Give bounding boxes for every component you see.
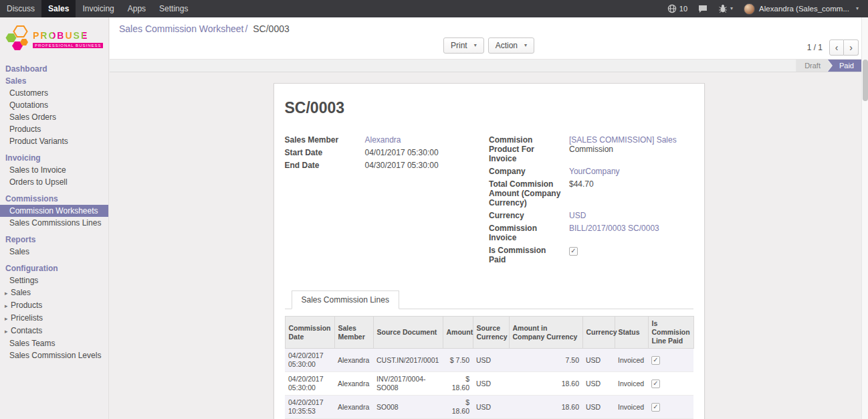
menu-discuss[interactable]: Discuss bbox=[0, 0, 41, 17]
caret-down-icon: ▾ bbox=[524, 43, 527, 48]
notebook-tabs: Sales Commission Lines bbox=[285, 290, 693, 309]
company-link[interactable]: YourCompany bbox=[569, 167, 620, 176]
breadcrumb-parent-link[interactable]: Sales Commission Worksheet bbox=[119, 23, 243, 34]
sidebar-item-quotations[interactable]: Quotations bbox=[0, 99, 108, 111]
currency-link[interactable]: USD bbox=[569, 211, 586, 220]
debug-button[interactable]: ▾ bbox=[713, 0, 738, 17]
probuse-logo-icon bbox=[5, 25, 29, 54]
col-amount-company-currency: Amount in Company Currency bbox=[509, 317, 582, 349]
status-paid[interactable]: Paid bbox=[828, 60, 863, 72]
col-sales-member: Sales Member bbox=[334, 317, 373, 349]
field-commission-product: Commision Product For Invoice [SALES COM… bbox=[489, 135, 693, 163]
user-menu[interactable]: Alexandra (Sales_comm... ▾ bbox=[738, 0, 864, 17]
sidebar-item-config-sales[interactable]: ▸Sales bbox=[0, 286, 108, 299]
field-label: Currency bbox=[489, 211, 569, 220]
sidebar-heading-sales[interactable]: Sales bbox=[0, 75, 108, 87]
field-currency: Currency USD bbox=[489, 211, 693, 220]
sidebar-item-label: Products bbox=[11, 301, 42, 310]
caret-right-icon: ▸ bbox=[5, 314, 11, 323]
col-status: Status bbox=[615, 317, 648, 349]
cell-amount-company: 18.60 bbox=[509, 372, 582, 396]
table-row[interactable]: 04/20/2017 10:35:53 Alexandra SO008 $ 18… bbox=[285, 396, 693, 419]
print-button-label: Print bbox=[451, 41, 467, 50]
field-commission-invoice: Commission Invoice BILL/2017/0003 SC/000… bbox=[489, 224, 693, 242]
sidebar-item-label: Pricelists bbox=[11, 313, 43, 323]
field-sales-member: Sales Member Alexandra bbox=[285, 135, 490, 145]
commission-product-link[interactable]: [SALES COMMISSION] Sales bbox=[569, 135, 677, 145]
vertical-scrollbar[interactable] bbox=[861, 17, 868, 419]
menu-invoicing[interactable]: Invoicing bbox=[76, 0, 120, 17]
col-source-currency: Source Currency bbox=[473, 317, 509, 349]
table-row[interactable]: 04/20/2017 05:30:00 Alexandra CUST.IN/20… bbox=[285, 349, 693, 372]
field-total-commission: Total Commision Amount (Company Currency… bbox=[489, 179, 693, 207]
pager-next-button[interactable]: › bbox=[844, 39, 859, 56]
field-is-commission-paid: Is Commission Paid ✓ bbox=[489, 246, 693, 264]
checkbox-checked-icon: ✓ bbox=[651, 403, 660, 412]
cell-source-currency: USD bbox=[473, 349, 509, 372]
sidebar-item-settings[interactable]: Settings bbox=[0, 274, 108, 286]
sidebar-item-sales-orders[interactable]: Sales Orders bbox=[0, 111, 108, 123]
sidebar-item-sales-teams[interactable]: Sales Teams bbox=[0, 337, 108, 349]
status-draft[interactable]: Draft bbox=[796, 60, 832, 72]
chevron-left-icon: ‹ bbox=[835, 42, 839, 53]
cell-sales-member: Alexandra bbox=[334, 372, 373, 396]
cell-source-document: CUST.IN/2017/0001 bbox=[373, 349, 443, 372]
messages-button[interactable] bbox=[693, 0, 713, 17]
main-area: Sales Commission Worksheet/ SC/0003 Prin… bbox=[110, 17, 868, 419]
col-commission-date: Commission Date bbox=[285, 317, 334, 349]
caret-right-icon: ▸ bbox=[5, 288, 11, 298]
breadcrumb-separator: / bbox=[245, 23, 247, 34]
chat-icon bbox=[698, 4, 708, 13]
action-buttons: Print ▾ Action ▾ bbox=[443, 37, 534, 54]
commission-invoice-link[interactable]: BILL/2017/0003 SC/0003 bbox=[569, 224, 659, 233]
col-source-document: Source Document bbox=[373, 317, 443, 349]
checkbox-checked-icon: ✓ bbox=[651, 356, 660, 365]
app-logo[interactable]: PROBUSE PROFESSIONAL BUSINESS bbox=[0, 17, 108, 63]
menu-apps[interactable]: Apps bbox=[121, 0, 152, 17]
statusbar: Draft Paid bbox=[110, 60, 868, 72]
sidebar-item-product-variants[interactable]: Product Variants bbox=[0, 135, 108, 147]
action-button[interactable]: Action ▾ bbox=[488, 37, 534, 54]
menu-sales[interactable]: Sales bbox=[41, 0, 76, 17]
cell-amount: $ 18.60 bbox=[443, 396, 473, 419]
statusbar-states: Draft Paid bbox=[796, 60, 863, 72]
sidebar-item-sales-commission-levels[interactable]: Sales Commission Levels bbox=[0, 349, 108, 361]
sidebar-heading-dashboard[interactable]: Dashboard bbox=[0, 63, 108, 75]
sidebar-nav: Dashboard Sales Customers Quotations Sal… bbox=[0, 63, 108, 361]
sidebar-item-commission-worksheets[interactable]: Commission Worksheets bbox=[0, 205, 108, 217]
menu-settings[interactable]: Settings bbox=[152, 0, 195, 17]
end-date-value: 04/30/2017 05:30:00 bbox=[365, 161, 490, 170]
tab-sales-commission-lines[interactable]: Sales Commission Lines bbox=[292, 290, 399, 309]
sidebar-item-sales-commissions-lines[interactable]: Sales Commissions Lines bbox=[0, 217, 108, 229]
cell-amount: $ 18.60 bbox=[443, 372, 473, 396]
sidebar-heading-reports[interactable]: Reports bbox=[0, 234, 108, 246]
sidebar-heading-commissions[interactable]: Commissions bbox=[0, 193, 108, 205]
scrollbar-thumb[interactable] bbox=[863, 60, 868, 101]
sidebar-item-orders-to-upsell[interactable]: Orders to Upsell bbox=[0, 176, 108, 188]
sidebar-item-reports-sales[interactable]: Sales bbox=[0, 246, 108, 258]
field-label: Sales Member bbox=[285, 135, 365, 145]
activities-button[interactable]: 10 bbox=[662, 0, 693, 17]
sidebar-item-config-products[interactable]: ▸Products bbox=[0, 299, 108, 312]
col-currency: Currency bbox=[582, 317, 615, 349]
breadcrumb-current: SC/0003 bbox=[253, 23, 289, 34]
sidebar-item-products[interactable]: Products bbox=[0, 123, 108, 135]
sidebar-item-config-pricelists[interactable]: ▸Pricelists bbox=[0, 312, 108, 325]
sales-member-link[interactable]: Alexandra bbox=[365, 135, 401, 145]
sidebar-item-customers[interactable]: Customers bbox=[0, 87, 108, 99]
cell-currency: USD bbox=[582, 349, 615, 372]
pager-prev-button[interactable]: ‹ bbox=[829, 39, 844, 56]
caret-right-icon: ▸ bbox=[5, 301, 11, 311]
print-button[interactable]: Print ▾ bbox=[443, 37, 484, 54]
sidebar-heading-invoicing[interactable]: Invoicing bbox=[0, 152, 108, 164]
start-date-value: 04/01/2017 05:30:00 bbox=[365, 148, 490, 157]
chevron-right-icon: › bbox=[849, 42, 853, 53]
field-group-right: Commision Product For Invoice [SALES COM… bbox=[489, 135, 693, 268]
cell-amount-company: 18.60 bbox=[509, 396, 582, 419]
table-row[interactable]: 04/20/2017 05:30:00 Alexandra INV/2017/0… bbox=[285, 372, 693, 396]
top-navbar: Discuss Sales Invoicing Apps Settings 10… bbox=[0, 0, 868, 17]
sidebar-heading-configuration[interactable]: Configuration bbox=[0, 262, 108, 274]
sidebar-item-sales-to-invoice[interactable]: Sales to Invoice bbox=[0, 164, 108, 176]
field-end-date: End Date 04/30/2017 05:30:00 bbox=[285, 161, 490, 170]
sidebar-item-config-contacts[interactable]: ▸Contacts bbox=[0, 325, 108, 337]
